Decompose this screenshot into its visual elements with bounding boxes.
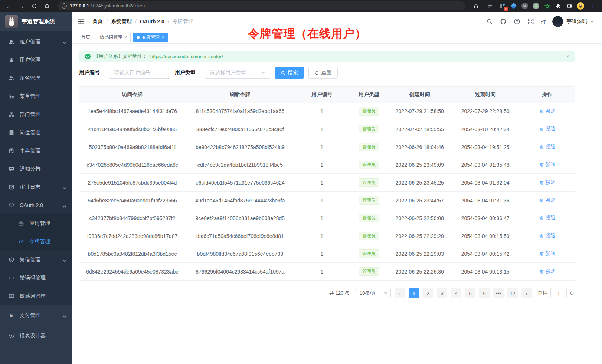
col-create-time: 创建时间 (389, 87, 451, 103)
cell-create-time: 2022-07-29 21:58:50 (389, 103, 451, 120)
close-icon[interactable]: × (162, 35, 164, 40)
breadcrumb-home[interactable]: 首页 (92, 18, 103, 25)
page-button-6[interactable]: 6 (479, 288, 490, 298)
cell-access-token: 6d842e2924594de9a09e45e087323abe (79, 263, 186, 281)
star-extension-icon[interactable] (543, 2, 551, 10)
search-button[interactable]: 搜索 (275, 67, 304, 79)
breadcrumb-system[interactable]: 系统管理 (111, 18, 132, 25)
goto-page-input[interactable] (550, 288, 567, 298)
sidebar-item-oauth2-app[interactable]: 应用管理 (0, 214, 72, 232)
sidebar-item-report-designer[interactable]: 报表设计器 (0, 325, 72, 346)
force-logout-button[interactable]: 强退 (539, 179, 556, 186)
puzzle-extension-icon[interactable] (554, 2, 562, 10)
next-page-button[interactable]: › (521, 288, 532, 298)
table-row: 1ea5e44f8bc1467aaede43144f31de76 811c530… (79, 103, 575, 120)
user-menu[interactable]: 芋道源码 ▼ (552, 16, 594, 27)
command-extension-icon[interactable]: ⌘ (521, 2, 529, 10)
cell-access-token: c342377bf8b344799dcbf7bf095287f2 (79, 209, 186, 227)
browser-toolbar: ← → i 127.0.0.1:1024/system/oauth2/token… (0, 0, 602, 12)
sidebar-item-sms[interactable]: 短信管理 (0, 251, 72, 269)
sidebar-item-menu[interactable]: 菜单管理 (0, 87, 72, 105)
alert-close-icon[interactable]: × (566, 53, 569, 59)
sidebar-item-sensitive-word[interactable]: 敏感词管理 (0, 287, 72, 305)
force-logout-button[interactable]: 强退 (539, 197, 556, 203)
user-type-select[interactable]: 请选择用户类型 (205, 67, 270, 79)
extension-blocks-icon[interactable]: 9 (499, 2, 506, 10)
share-icon[interactable] (471, 1, 481, 10)
cell-refresh-token: dfa6c71a50a54c66bef706ef9e6e8d81 (186, 227, 295, 245)
fullscreen-icon[interactable] (527, 18, 534, 25)
sidebar-item-notice[interactable]: 通知公告 (0, 160, 72, 178)
home-icon[interactable] (42, 1, 52, 10)
sidebar: 芋道管理系统 租户管理 用户管理 角色管理 菜单管理 (0, 12, 72, 364)
doc-link[interactable]: https://doc.iocoder.cn/user-center/ (150, 54, 223, 59)
table-row: b0d1785bc3a8482f812db4a3f3bd15ec b0df498… (79, 245, 575, 263)
col-expire-time: 过期时间 (451, 87, 520, 103)
page-size-select[interactable]: 10条/页 (355, 288, 391, 298)
cell-create-time: 2022-07-02 18:55:55 (389, 120, 451, 138)
cell-actions: 强退 (520, 156, 575, 174)
search-icon[interactable] (486, 18, 493, 25)
cell-expire-time: 2054-03-04 00:36:47 (451, 209, 520, 227)
trash-icon (539, 145, 544, 149)
cell-actions: 强退 (520, 120, 575, 138)
page-button-12[interactable]: 12 (507, 288, 518, 298)
breadcrumb-oauth2[interactable]: OAuth 2.0 (140, 19, 164, 24)
force-logout-button[interactable]: 强退 (539, 126, 556, 132)
force-logout-button[interactable]: 强退 (539, 250, 556, 257)
user-id-input[interactable] (109, 67, 170, 79)
page-button-4[interactable]: 4 (451, 288, 461, 298)
sidebar-item-pay[interactable]: ¥ 支付管理 (0, 305, 72, 325)
cell-expire-time: 2054-03-04 01:35:48 (451, 156, 520, 174)
force-logout-button[interactable]: 强退 (539, 108, 556, 115)
cell-user-type: 管理员 (349, 192, 389, 209)
sidebar-item-role[interactable]: 角色管理 (0, 69, 72, 87)
gem-extension-icon[interactable] (510, 2, 517, 10)
page-button-3[interactable]: 3 (437, 288, 447, 298)
force-logout-button[interactable]: 强退 (539, 232, 556, 239)
sidebar-item-tenant[interactable]: 租户管理 (0, 33, 72, 51)
page-ellipsis-button[interactable]: ••• (493, 288, 504, 298)
reset-button[interactable]: 重置 (308, 67, 338, 79)
table-row: c347026e805e4d99b0d116eae66eda8c cdfc4ce… (79, 156, 575, 174)
tag-sensitive-word[interactable]: 敏感词管理 × (96, 33, 131, 42)
caret-down-icon: ▼ (590, 20, 594, 24)
cell-user-type: 管理员 (349, 156, 389, 174)
sidebar-item-post[interactable]: 岗位管理 (0, 123, 72, 142)
sidebar-item-audit-log[interactable]: 审计日志 (0, 178, 72, 196)
close-icon[interactable]: × (124, 35, 127, 40)
sidebar-logo[interactable]: 芋道管理系统 (0, 12, 72, 31)
sidebar-item-dept[interactable]: 部门管理 (0, 105, 72, 123)
sidebar-item-oauth2[interactable]: OAuth 2.0 (0, 196, 72, 214)
github-icon[interactable] (500, 18, 507, 25)
forward-icon[interactable]: → (16, 1, 27, 10)
total-count: 共 120 条 (329, 290, 350, 297)
page-button-1[interactable]: 1 (409, 288, 419, 298)
compass-icon (8, 332, 14, 339)
side-panel-icon[interactable] (566, 2, 573, 10)
force-logout-button[interactable]: 强退 (539, 215, 556, 221)
profile-avatar-icon[interactable] (577, 2, 584, 10)
tag-token-active[interactable]: 令牌管理 × (133, 33, 168, 42)
prev-page-button[interactable]: ‹ (395, 288, 405, 298)
help-icon[interactable] (513, 18, 521, 25)
force-logout-button[interactable]: 强退 (539, 161, 556, 168)
sidebar-item-errcode[interactable]: 错误码管理 (0, 269, 72, 287)
sidebar-item-dict[interactable]: 字典管理 (0, 142, 72, 160)
browser-menu-icon[interactable]: ⋮ (588, 1, 598, 10)
font-size-icon[interactable]: тT (541, 19, 546, 25)
force-logout-button[interactable]: 强退 (539, 143, 556, 150)
back-icon[interactable]: ← (4, 1, 14, 10)
page-button-5[interactable]: 5 (465, 288, 475, 298)
sidebar-item-user[interactable]: 用户管理 (0, 51, 72, 69)
tag-home[interactable]: 首页 (78, 33, 94, 42)
sidebar-item-oauth2-token[interactable]: a 令牌管理 (0, 232, 72, 251)
reload-icon[interactable] (29, 1, 39, 10)
sidebar-toggle-icon[interactable] (78, 17, 86, 26)
bookmark-star-icon[interactable]: ☆ (485, 1, 495, 10)
address-bar[interactable]: i 127.0.0.1:1024/system/oauth2/token (57, 1, 465, 10)
site-info-icon[interactable]: i (62, 3, 67, 9)
record-extension-icon[interactable] (532, 2, 540, 10)
force-logout-button[interactable]: 强退 (539, 268, 556, 275)
page-button-2[interactable]: 2 (423, 288, 433, 298)
